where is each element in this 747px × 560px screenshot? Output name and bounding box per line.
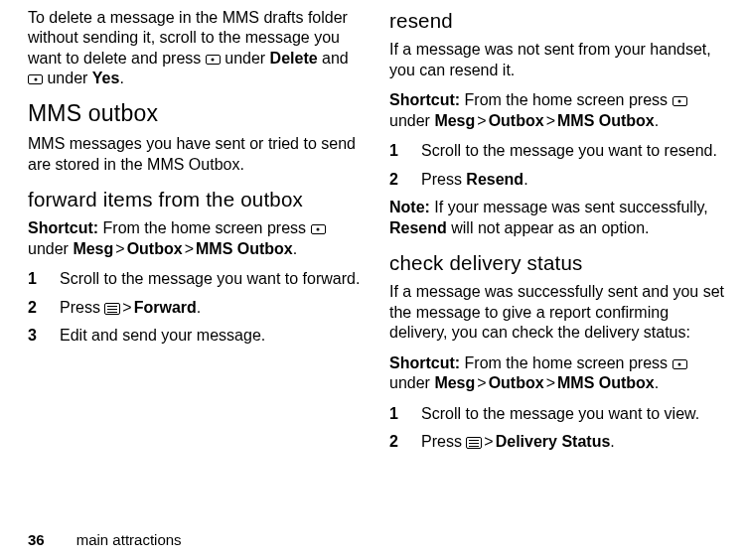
step-row: 1 Scroll to the message you want to forw… xyxy=(28,269,364,289)
text: under xyxy=(389,112,434,129)
label-outbox: Outbox xyxy=(127,240,183,257)
step-number: 2 xyxy=(28,298,60,318)
chevron-icon: > xyxy=(113,240,126,257)
step-text: Scroll to the message you want to forwar… xyxy=(60,269,364,289)
text: . xyxy=(610,433,614,450)
step-number: 1 xyxy=(389,404,421,424)
step-row: 3 Edit and send your message. xyxy=(28,326,364,346)
chapter-title: main attractions xyxy=(76,531,182,548)
text: will not appear as an option. xyxy=(447,219,650,236)
text: From the home screen press xyxy=(460,354,672,371)
step-number: 2 xyxy=(389,170,421,190)
text: under xyxy=(28,240,73,257)
softkey-icon xyxy=(28,74,43,84)
text: under xyxy=(43,70,92,86)
label-shortcut: Shortcut: xyxy=(389,91,460,108)
menu-icon xyxy=(104,303,120,315)
label-yes: Yes xyxy=(92,70,120,86)
shortcut-resend: Shortcut: From the home screen press und… xyxy=(389,90,725,131)
step-number: 1 xyxy=(28,269,60,289)
text: under xyxy=(221,50,270,67)
step-row: 2 Press Resend. xyxy=(389,170,725,190)
menu-icon xyxy=(466,437,482,449)
step-text: Press Resend. xyxy=(421,170,725,190)
chevron-icon: > xyxy=(475,374,488,391)
chevron-icon: > xyxy=(544,112,557,129)
step-text: Scroll to the message you want to resend… xyxy=(421,141,725,161)
text: From the home screen press xyxy=(460,91,672,108)
step-text: Scroll to the message you want to view. xyxy=(421,404,725,424)
softkey-icon xyxy=(206,55,221,65)
softkey-icon xyxy=(311,224,326,234)
text: . xyxy=(655,374,659,391)
text: Press xyxy=(421,171,466,188)
label-forward: Forward xyxy=(134,299,197,316)
left-column: To delete a message in the MMS drafts fo… xyxy=(28,8,364,461)
note: Note: If your message was sent successfu… xyxy=(389,198,725,238)
heading-mms-outbox: MMS outbox xyxy=(28,99,364,128)
step-number: 1 xyxy=(389,141,421,161)
chevron-icon: > xyxy=(475,112,488,129)
label-delivery-status: Delivery Status xyxy=(496,433,611,450)
text: under xyxy=(389,374,434,391)
label-mesg: Mesg xyxy=(434,374,475,391)
text: . xyxy=(197,299,201,316)
step-row: 2 Press >Forward. xyxy=(28,298,364,318)
label-mmsoutbox: MMS Outbox xyxy=(557,112,655,129)
label-mmsoutbox: MMS Outbox xyxy=(196,240,293,257)
chevron-icon: > xyxy=(183,240,196,257)
softkey-icon xyxy=(672,359,687,369)
heading-resend: resend xyxy=(389,8,725,34)
delete-intro: To delete a message in the MMS drafts fo… xyxy=(28,8,364,89)
step-number: 3 xyxy=(28,326,60,346)
page-number: 36 xyxy=(28,531,45,548)
label-mesg: Mesg xyxy=(434,112,475,129)
step-row: 1 Scroll to the message you want to rese… xyxy=(389,141,725,161)
heading-forward: forward items from the outbox xyxy=(28,187,364,212)
text: and xyxy=(318,50,349,67)
label-resend: Resend xyxy=(466,171,523,188)
text: Press xyxy=(421,433,466,450)
label-resend: Resend xyxy=(389,219,447,236)
resend-intro: If a message was not sent from your hand… xyxy=(389,40,725,80)
step-text: Edit and send your message. xyxy=(60,326,364,346)
chevron-icon: > xyxy=(482,433,495,450)
softkey-icon xyxy=(672,96,687,106)
shortcut-forward: Shortcut: From the home screen press und… xyxy=(28,218,364,259)
label-shortcut: Shortcut: xyxy=(389,354,460,371)
outbox-desc: MMS messages you have sent or tried to s… xyxy=(28,134,364,175)
chevron-icon: > xyxy=(544,374,557,391)
chevron-icon: > xyxy=(120,299,133,316)
step-row: 2 Press >Delivery Status. xyxy=(389,432,725,452)
step-row: 1 Scroll to the message you want to view… xyxy=(389,404,725,424)
heading-delivery: check delivery status xyxy=(389,250,725,276)
right-column: resend If a message was not sent from yo… xyxy=(389,8,725,461)
step-text: Press >Forward. xyxy=(60,298,364,318)
shortcut-delivery: Shortcut: From the home screen press und… xyxy=(389,353,725,394)
text: . xyxy=(655,112,659,129)
step-text: Press >Delivery Status. xyxy=(421,432,725,452)
delivery-intro: If a message was successfully sent and y… xyxy=(389,282,725,343)
text: Press xyxy=(60,299,104,316)
step-number: 2 xyxy=(389,432,421,452)
label-delete: Delete xyxy=(270,50,318,67)
label-note: Note: xyxy=(389,199,430,215)
label-outbox: Outbox xyxy=(489,374,544,391)
text: . xyxy=(119,70,123,86)
label-outbox: Outbox xyxy=(489,112,544,129)
page-footer: 36main attractions xyxy=(28,531,182,548)
text: From the home screen press xyxy=(98,219,310,236)
text: . xyxy=(293,240,297,257)
label-mmsoutbox: MMS Outbox xyxy=(557,374,655,391)
text: . xyxy=(523,171,527,188)
text: If your message was sent successfully, xyxy=(430,199,708,215)
label-shortcut: Shortcut: xyxy=(28,219,98,236)
label-mesg: Mesg xyxy=(73,240,113,257)
